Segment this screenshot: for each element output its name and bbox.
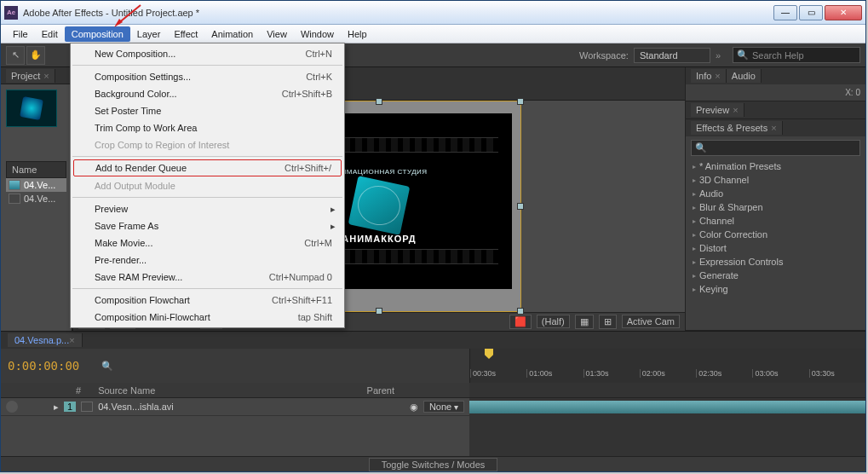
menu-item[interactable]: Pre-render... [71,251,344,269]
menu-window[interactable]: Window [294,26,341,42]
menu-item[interactable]: Trim Comp to Work Area [71,119,344,136]
effects-category[interactable]: 3D Channel [691,173,860,187]
view-layout-icon[interactable]: ▦ [575,315,594,329]
menu-effect[interactable]: Effect [167,26,204,42]
workspace-label: Workspace: [579,50,629,61]
menu-view[interactable]: View [260,26,294,42]
effects-search-input[interactable]: 🔍 [691,140,860,156]
search-icon[interactable]: 🔍 [101,361,113,372]
project-item[interactable]: 04.Ve... [6,192,66,205]
workspace-select[interactable]: Standard [634,48,710,63]
toggle-switches-button[interactable]: Toggle Switches / Modes [369,458,498,471]
timecode[interactable]: 0:00:00:00 [8,359,93,373]
tab-preview[interactable]: Preview× [691,103,744,117]
app-icon: Ae [4,6,18,20]
selection-tool-icon[interactable]: ↖ [6,46,25,65]
tab-effects-presets[interactable]: Effects & Presets× [691,121,783,135]
menu-item[interactable]: Composition Mini-Flowcharttap Shift [71,309,344,326]
project-thumbnail [6,90,57,127]
minimize-button[interactable]: — [773,5,797,20]
annotation-arrow [111,3,145,29]
logo-graphic [348,176,411,235]
project-item[interactable]: 04.Ve... [6,178,66,192]
effects-category[interactable]: Expression Controls [691,255,860,269]
menu-item[interactable]: Save Frame As [71,217,344,234]
menu-item[interactable]: Background Color...Ctrl+Shift+B [71,85,344,102]
channels-icon[interactable]: 🟥 [509,315,532,329]
menu-item[interactable]: Make Movie...Ctrl+M [71,234,344,251]
menu-edit[interactable]: Edit [35,26,65,42]
search-help-input[interactable]: 🔍 Search Help [733,47,860,63]
active-camera-select[interactable]: Active Cam [622,315,680,328]
project-name-header[interactable]: Name [6,161,66,178]
project-panel-header: Project× [1,67,72,84]
menu-help[interactable]: Help [341,26,374,42]
layer-number: 1 [64,402,76,412]
effects-category[interactable]: Generate [691,269,860,282]
close-button[interactable]: ✕ [825,5,862,20]
menu-file[interactable]: File [6,26,35,42]
col-parent: Parent [367,385,394,396]
menu-item[interactable]: Composition FlowchartCtrl+Shift+F11 [71,292,344,309]
menu-item[interactable]: Add to Render QueueCtrl+Shift+/ [73,159,342,176]
maximize-button[interactable]: ▭ [799,5,823,20]
search-icon: 🔍 [737,49,749,61]
layer-bar[interactable] [469,401,865,413]
grid-icon[interactable]: ⊞ [599,315,617,329]
footage-icon [81,402,93,412]
composition-menu-dropdown: New Composition...Ctrl+NComposition Sett… [70,43,345,328]
resolution-select[interactable]: (Half) [537,315,570,328]
effects-category[interactable]: Distort [691,241,860,255]
tab-info[interactable]: Info× [691,69,727,83]
effects-category[interactable]: Keying [691,282,860,296]
time-ruler[interactable]: 00:30s 01:00s 01:30s 02:00s 02:30s 03:00… [469,349,865,383]
effects-category[interactable]: Color Correction [691,228,860,241]
menu-item[interactable]: Preview [71,200,344,217]
menu-item[interactable]: Composition Settings...Ctrl+K [71,68,344,85]
parent-select[interactable]: None ▾ [423,401,464,413]
workspace-search-icon[interactable]: » [716,50,721,61]
tab-project[interactable]: Project× [6,69,55,83]
logo-text-top: АНИМАЦИОННАЯ СТУДИЯ [331,168,427,176]
composition-icon [9,180,20,190]
layer-row[interactable]: ▸ 1 04.Vesn...ishla.avi ◉ None ▾ [1,398,865,416]
footage-icon [9,194,20,204]
search-icon: 🔍 [695,142,707,153]
hand-tool-icon[interactable]: ✋ [26,46,45,65]
eye-icon[interactable] [6,401,18,413]
tab-timeline-comp[interactable]: 04.Vesna.p...× [8,333,83,347]
menu-item[interactable]: New Composition...Ctrl+N [71,45,344,62]
effects-category[interactable]: Blur & Sharpen [691,200,860,214]
logo-text-bottom: АНИМАККОРД [342,234,416,244]
menu-item: Crop Comp to Region of Interest [71,136,344,153]
layer-name[interactable]: 04.Vesn...ishla.avi [98,402,174,412]
col-source-name[interactable]: Source Name [98,385,155,396]
info-body: X: 0 [686,84,865,101]
effects-category[interactable]: Channel [691,214,860,228]
col-num: # [76,385,81,396]
menu-item: Add Output Module [71,177,344,194]
effects-category[interactable]: Audio [691,187,860,200]
effects-category[interactable]: * Animation Presets [691,159,860,173]
tab-audio[interactable]: Audio [727,69,762,83]
menu-item[interactable]: Set Poster Time [71,102,344,119]
menu-animation[interactable]: Animation [204,26,260,42]
menu-item[interactable]: Save RAM Preview...Ctrl+Numpad 0 [71,269,344,286]
